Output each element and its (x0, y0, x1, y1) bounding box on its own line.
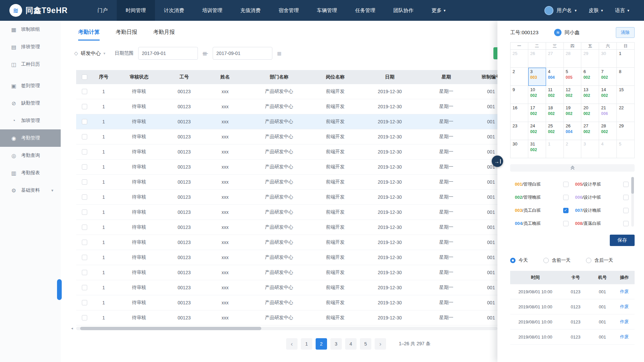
clear-button[interactable]: 清除 (616, 27, 635, 38)
shift-option[interactable]: 006 设计中班 (575, 191, 629, 204)
nav-item[interactable]: 时间管理 ▾ (117, 0, 155, 21)
nav-item[interactable]: 更多 ▾ (423, 0, 455, 21)
calendar-day[interactable]: 11 002 (546, 86, 564, 104)
sidebar-collapse-handle[interactable] (57, 279, 62, 300)
table-row[interactable]: 1 待审核 00123 xxx 产品研发中心 前端开发 2019-12-30 星… (76, 129, 511, 144)
horizontal-scrollbar[interactable]: ◂ (76, 327, 497, 330)
table-row[interactable]: 1 待审核 00123 xxx 产品研发中心 前端开发 2019-12-30 星… (76, 220, 511, 235)
table-row[interactable]: 1 待审核 00123 xxx 产品研发中心 前端开发 2019-12-30 星… (76, 114, 511, 129)
sidebar-item[interactable]: ▤ 排班管理 ▾ (0, 38, 61, 56)
calendar-day[interactable]: 17 002 (528, 104, 546, 122)
date-to-input[interactable]: ▦ (213, 47, 272, 60)
date-to-value[interactable] (216, 51, 277, 56)
calendar-day[interactable]: 30 (511, 140, 528, 158)
shift-checkbox[interactable] (563, 182, 569, 187)
calendar-day[interactable]: 25 002 (546, 122, 564, 140)
nav-item[interactable]: 计次消费 ▾ (155, 0, 193, 21)
shift-checkbox[interactable] (623, 208, 629, 213)
nav-item[interactable]: 宿舍管理 ▾ (270, 0, 308, 21)
calendar-day[interactable]: 20 002 (581, 104, 599, 122)
row-checkbox[interactable] (82, 209, 87, 215)
row-checkbox[interactable] (82, 225, 87, 230)
calendar-day[interactable]: 29 (617, 122, 635, 140)
shift-option[interactable]: 002 管理晚班 (515, 191, 569, 204)
nav-item[interactable]: 门户 ▾ (89, 0, 117, 21)
shift-option[interactable]: 004 员工晚班 (515, 217, 569, 229)
page-button[interactable]: 3 (330, 338, 342, 350)
row-checkbox[interactable] (82, 300, 87, 305)
calendar-day[interactable]: 5 005 (564, 68, 582, 86)
calendar-day[interactable]: 19 002 (564, 104, 582, 122)
table-row[interactable]: 1 待审核 00123 xxx 产品研发中心 前端开发 2019-12-30 星… (76, 235, 511, 250)
row-checkbox[interactable] (82, 89, 87, 94)
row-checkbox[interactable] (82, 315, 87, 320)
calendar-day[interactable]: 27 (546, 50, 564, 68)
calendar-day[interactable]: 5 (617, 140, 635, 158)
language-menu[interactable]: 语言 ▾ (615, 7, 629, 14)
shift-option[interactable]: 008 直落白班 (575, 217, 629, 229)
table-row[interactable]: 1 待审核 00123 xxx 产品研发中心 前端开发 2019-12-30 星… (76, 175, 511, 190)
row-checkbox[interactable] (82, 240, 87, 245)
calendar-day[interactable]: 31 002 (528, 140, 546, 158)
calendar-day[interactable]: 21 006 (599, 104, 617, 122)
calendar-day[interactable]: 28 (564, 50, 582, 68)
row-checkbox[interactable] (82, 104, 87, 109)
calendar-day[interactable]: 7 002 (599, 68, 617, 86)
row-checkbox[interactable] (82, 194, 87, 200)
shift-checkbox[interactable] (563, 195, 569, 200)
sidebar-item[interactable]: ▦ 班制班组 ▾ (0, 21, 61, 38)
calendar-day[interactable]: 4 004 (546, 68, 564, 86)
calendar-day[interactable]: 2 (564, 140, 582, 158)
calendar-day[interactable]: 12 002 (564, 86, 582, 104)
calendar-day[interactable]: 26 (528, 50, 546, 68)
radio-option[interactable]: 含前一天 (543, 257, 571, 263)
table-row[interactable]: 1 待审核 00123 xxx 产品研发中心 前端开发 2019-12-30 星… (76, 250, 511, 265)
department-select[interactable]: ◇ 研发中心 ▾ (74, 50, 105, 57)
shift-option[interactable]: 005 设计早班 (575, 178, 629, 191)
calendar-day[interactable]: 30 (599, 50, 617, 68)
table-row[interactable]: 1 待审核 00123 xxx 产品研发中心 前端开发 2019-12-30 星… (76, 99, 511, 114)
row-checkbox[interactable] (82, 149, 87, 155)
panel-collapse-button[interactable]: → (492, 156, 503, 167)
sidebar-item[interactable]: ▥ 考勤报表 ▾ (0, 164, 61, 182)
table-row[interactable]: 1 待审核 00123 xxx 产品研发中心 前端开发 2019-12-30 星… (76, 190, 511, 205)
horizontal-scrollbar-thumb[interactable] (80, 327, 261, 330)
radio-circle[interactable] (543, 258, 549, 263)
calendar-day[interactable]: 9 (511, 86, 528, 104)
radio-option[interactable]: 今天 (510, 257, 528, 263)
sidebar-item[interactable]: ◔ 加班管理 ▾ (0, 112, 61, 129)
sidebar-item[interactable]: ◫ 工种日历 ▾ (0, 56, 61, 73)
calendar-day[interactable]: 24 002 (528, 122, 546, 140)
calendar-day[interactable]: 8 (617, 68, 635, 86)
calendar-day[interactable]: 4 (599, 140, 617, 158)
page-button[interactable]: 5 (360, 338, 371, 350)
tab[interactable]: 考勤计算 (78, 29, 100, 41)
calendar-day[interactable]: 16 (511, 104, 528, 122)
calendar-day[interactable]: 15 (617, 86, 635, 104)
calendar-day[interactable]: 26 004 (564, 122, 582, 140)
table-row[interactable]: 1 待审核 00123 xxx 产品研发中心 前端开发 2019-12-30 星… (76, 84, 511, 99)
shift-checkbox[interactable] (563, 221, 569, 226)
tab[interactable]: 考勤日报 (116, 29, 137, 41)
nav-item[interactable]: 团队协作 ▾ (384, 0, 423, 21)
save-button[interactable]: 保存 (610, 235, 635, 246)
shift-option[interactable]: 007 设计晚班 (575, 204, 629, 217)
shift-checkbox[interactable] (563, 208, 569, 213)
void-link[interactable]: 作废 (614, 304, 635, 310)
radio-circle[interactable] (510, 258, 516, 263)
calendar-day[interactable]: 2 (511, 68, 528, 86)
scroll-left-icon[interactable]: ◂ (71, 326, 73, 330)
calendar-day[interactable]: 13 002 (581, 86, 599, 104)
row-checkbox[interactable] (82, 164, 87, 170)
row-checkbox[interactable] (82, 119, 87, 124)
calendar-day[interactable]: 14 002 (599, 86, 617, 104)
page-button[interactable]: 2 (316, 338, 327, 350)
row-checkbox[interactable] (82, 179, 87, 185)
calendar-day[interactable]: 18 002 (546, 104, 564, 122)
calendar-day[interactable]: 29 (581, 50, 599, 68)
calendar-day[interactable]: 28 002 (599, 122, 617, 140)
shift-list-scrollbar[interactable] (631, 177, 634, 227)
table-row[interactable]: 1 待审核 00123 xxx 产品研发中心 前端开发 2019-12-30 星… (76, 265, 511, 280)
table-row[interactable]: 1 待审核 00123 xxx 产品研发中心 前端开发 2019-12-30 星… (76, 310, 511, 325)
shift-checkbox[interactable] (623, 221, 629, 226)
